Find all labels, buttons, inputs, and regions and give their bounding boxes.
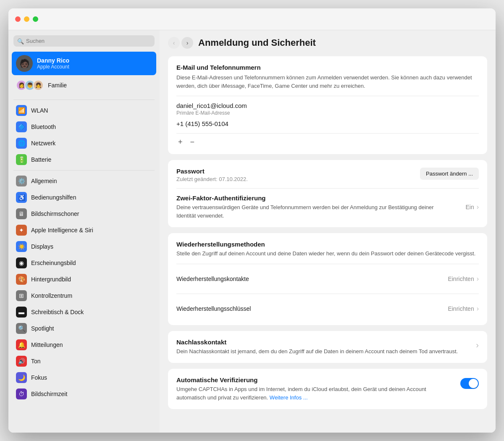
sidebar-item-allgemein[interactable]: ⚙️Allgemein (12, 173, 156, 189)
auto-verify-title: Automatische Verifizierung (176, 376, 454, 383)
recovery-kontakte-label: Wiederherstellungskontakte (176, 276, 249, 282)
nachlass-title: Nachlasskontakt (176, 339, 458, 346)
sidebar-item-label-wlan: WLAN (31, 107, 48, 114)
card-divider-1 (176, 96, 479, 96)
recovery-row-kontakte[interactable]: Wiederherstellungskontakte Einrichten › (176, 270, 479, 288)
apple-intelligence-icon: ✦ (16, 225, 27, 236)
spotlight-icon: 🔍 (16, 323, 27, 334)
remove-email-button[interactable]: − (189, 138, 197, 147)
email-section-desc: Diese E-Mail-Adressen und Telefonnummern… (176, 74, 479, 90)
sidebar-item-erscheinungsbild[interactable]: ◉Erscheinungsbild (12, 255, 156, 271)
profile-subtitle: Apple Account (37, 64, 69, 70)
auto-verify-toggle[interactable] (460, 378, 479, 389)
fullscreen-button[interactable] (33, 16, 38, 22)
change-password-button[interactable]: Passwort ändern ... (420, 168, 479, 180)
close-button[interactable] (15, 16, 21, 22)
sidebar-item-label-kontrollzentrum: Kontrollzentrum (31, 292, 72, 299)
sidebar-item-bluetooth[interactable]: 🔷Bluetooth (12, 119, 156, 135)
sidebar-item-label-schreibtisch: Schreibtisch & Dock (31, 309, 84, 315)
sidebar-item-bildschirmschoner[interactable]: 🖥Bildschirmschoner (12, 206, 156, 222)
add-email-button[interactable]: + (176, 138, 184, 147)
sidebar-divider-1 (13, 100, 155, 100)
family-avatar-3: 👧 (33, 80, 44, 91)
sidebar-item-mitteilungen[interactable]: 🔔Mitteilungen (12, 337, 156, 353)
recovery-schluessel-label: Wiederherstellungsschlüssel (176, 305, 251, 312)
schreibtisch-icon: ▬ (16, 307, 27, 318)
sidebar-item-family[interactable]: 👩 👦 👧 Familie (12, 77, 156, 94)
recovery-title: Wiederherstellungsmethoden (176, 241, 479, 248)
sidebar-item-label-fokus: Fokus (31, 374, 47, 381)
sidebar-item-wlan[interactable]: 📶WLAN (12, 102, 156, 118)
sidebar-item-profile[interactable]: 🧑🏿 Danny Rico Apple Account (12, 52, 156, 75)
bildschirmzeit-icon: ⏱ (16, 388, 27, 399)
minimize-button[interactable] (24, 16, 29, 22)
nav-bar: ‹ › Anmeldung und Sicherheit (168, 37, 487, 49)
back-button[interactable]: ‹ (168, 37, 180, 49)
nachlass-card[interactable]: Nachlasskontakt Dein Nachlasskontakt ist… (168, 331, 487, 363)
password-info: Passwort Zuletzt geändert: 07.10.2022. (176, 168, 248, 182)
main-window: 🔍 🧑🏿 Danny Rico Apple Account 👩 👦 👧 (8, 8, 496, 433)
chevron-right-icon-1: › (477, 275, 479, 283)
profile-name: Danny Rico (37, 57, 69, 64)
profile-info: Danny Rico Apple Account (37, 57, 69, 70)
recovery-section: Wiederherstellungsmethoden Stelle den Zu… (176, 241, 479, 258)
sidebar-item-displays[interactable]: ☀️Displays (12, 239, 156, 255)
two-factor-info: Zwei-Faktor-Authentifizierung Deine vert… (176, 194, 445, 220)
sidebar-item-batterie[interactable]: 🔋Batterie (12, 152, 156, 168)
bluetooth-icon: 🔷 (16, 121, 27, 132)
sidebar-item-label-allgemein: Allgemein (31, 178, 57, 184)
nachlass-desc: Dein Nachlasskontakt ist jemand, dem du … (176, 347, 458, 356)
sidebar-item-schreibtisch[interactable]: ▬Schreibtisch & Dock (12, 304, 156, 320)
recovery-row-schluessel[interactable]: Wiederherstellungsschlüssel Einrichten › (176, 300, 479, 318)
add-remove-row: + − (176, 133, 479, 147)
chevron-right-icon: › (477, 203, 479, 211)
displays-icon: ☀️ (16, 241, 27, 252)
search-bar[interactable]: 🔍 (13, 35, 155, 47)
sidebar-item-kontrollzentrum[interactable]: ⊞Kontrollzentrum (12, 288, 156, 304)
email-section-title: E-Mail und Telefonnummern (176, 64, 479, 71)
two-factor-row[interactable]: Zwei-Faktor-Authentifizierung Deine vert… (176, 194, 479, 220)
mitteilungen-icon: 🔔 (16, 339, 27, 350)
recovery-divider-1 (176, 264, 479, 264)
fokus-icon: 🌙 (16, 372, 27, 383)
two-factor-desc: Deine vertrauenswürdigen Geräte und Tele… (176, 203, 445, 220)
sidebar-item-apple-intelligence[interactable]: ✦Apple Intelligence & Siri (12, 222, 156, 238)
sidebar-item-label-bildschirmschoner: Bildschirmschoner (31, 210, 79, 217)
sidebar-item-label-bildschirmzeit: Bildschirmzeit (31, 391, 67, 397)
forward-button[interactable]: › (181, 37, 193, 49)
sidebar-item-bedienungshilfen[interactable]: ♿Bedienungshilfen (12, 189, 156, 205)
hintergrundbild-icon: 🎨 (16, 274, 27, 285)
recovery-card: Wiederherstellungsmethoden Stelle den Zu… (168, 233, 487, 325)
recovery-divider-2 (176, 294, 479, 294)
search-input[interactable] (13, 35, 155, 47)
sidebar-item-label-mitteilungen: Mitteilungen (31, 341, 63, 348)
chevron-right-icon-2: › (477, 305, 479, 312)
family-avatars: 👩 👦 👧 (16, 80, 44, 91)
ton-icon: 🔊 (16, 356, 27, 367)
phone-number: +1 (415) 555-0104 (176, 120, 479, 127)
sidebar-item-label-batterie: Batterie (31, 156, 51, 163)
main-content: ‹ › Anmeldung und Sicherheit E-Mail und … (160, 30, 496, 433)
email-sub-label: Primäre E-Mail-Adresse (176, 110, 479, 116)
sidebar-item-label-apple-intelligence: Apple Intelligence & Siri (31, 227, 93, 234)
sidebar-item-spotlight[interactable]: 🔍Spotlight (12, 320, 156, 336)
netzwerk-icon: 🌐 (16, 138, 27, 149)
auto-verify-desc: Umgehe CAPTCHAs in Apps und im Internet,… (176, 385, 454, 402)
recovery-kontakte-action: Einrichten › (448, 275, 479, 283)
sidebar-item-ton[interactable]: 🔊Ton (12, 353, 156, 369)
nachlass-row: Nachlasskontakt Dein Nachlasskontakt ist… (176, 339, 479, 356)
sidebar-item-label-bedienungshilfen: Bedienungshilfen (31, 194, 76, 201)
auto-verify-info: Automatische Verifizierung Umgehe CAPTCH… (176, 376, 454, 402)
family-label: Familie (48, 82, 67, 89)
auto-verify-link[interactable]: Weitere Infos ... (270, 394, 308, 401)
password-card: Passwort Zuletzt geändert: 07.10.2022. P… (168, 160, 487, 227)
sidebar-item-bildschirmzeit[interactable]: ⏱Bildschirmzeit (12, 386, 156, 402)
sidebar-item-fokus[interactable]: 🌙Fokus (12, 370, 156, 386)
sidebar-item-hintergrundbild[interactable]: 🎨Hintergrundbild (12, 271, 156, 287)
content-area: 🔍 🧑🏿 Danny Rico Apple Account 👩 👦 👧 (8, 30, 496, 433)
page-title: Anmeldung und Sicherheit (198, 37, 316, 48)
kontrollzentrum-icon: ⊞ (16, 290, 27, 301)
card-divider-2 (176, 188, 479, 189)
bedienungshilfen-icon: ♿ (16, 192, 27, 203)
sidebar-item-netzwerk[interactable]: 🌐Netzwerk (12, 135, 156, 151)
